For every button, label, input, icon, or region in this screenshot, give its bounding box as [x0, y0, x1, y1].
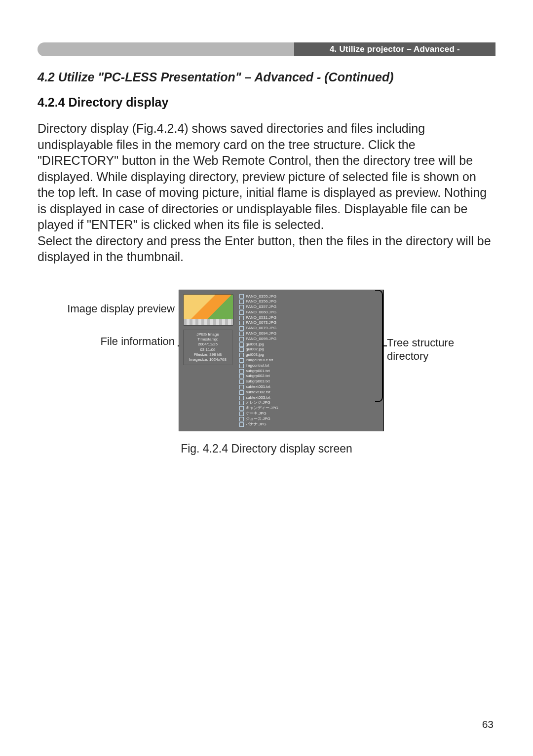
- tree-item: PANO_0357.JPG: [237, 304, 380, 310]
- tree-item: PANO_0356.JPG: [237, 299, 380, 304]
- tree-item: subtext003.txt: [237, 395, 380, 401]
- paragraph-1-text: Directory display (Fig.4.2.4) shows save…: [38, 121, 487, 231]
- tree-item: gui001.jpg: [237, 342, 380, 347]
- tree-item: gui002.jpg: [237, 347, 380, 352]
- document-page: 4. Utilize projector – Advanced - 4.2 Ut…: [0, 0, 533, 756]
- file-icon: [239, 412, 244, 416]
- tree-item: subtext002.txt: [237, 390, 380, 395]
- file-icon: [239, 422, 244, 427]
- file-icon: [239, 374, 244, 378]
- directory-display-screenshot: JPEG Image Timestamp: 2004/11/25 03:11:0…: [179, 290, 384, 432]
- tree-item: ケーキ.JPG: [237, 411, 380, 416]
- tree-item: subgrp002.txt: [237, 374, 380, 379]
- file-icon: [239, 337, 244, 341]
- tree-item: バナナ.JPG: [237, 422, 380, 427]
- tree-item-label: PANO_0060.JPG: [246, 310, 276, 315]
- tree-item: PANO_0060.JPG: [237, 310, 380, 315]
- file-icon: [239, 396, 244, 400]
- tree-item-label: バナナ.JPG: [246, 422, 266, 427]
- section-heading: 4.2.4 Directory display: [38, 95, 495, 110]
- tree-item: subgrp003.txt: [237, 379, 380, 384]
- tree-item: PANO_0095.JPG: [237, 337, 380, 342]
- tree-item: PANO_0531.JPG: [237, 315, 380, 321]
- tree-item-label: subtext003.txt: [246, 395, 270, 401]
- file-icon: [239, 401, 244, 405]
- tree-item: PANO_0079.JPG: [237, 326, 380, 331]
- body-paragraph-1: Directory display (Fig.4.2.4) shows save…: [38, 120, 495, 265]
- tree-item-label: imagelist01c.txt: [246, 358, 273, 363]
- tree-item: gui003.jpg: [237, 352, 380, 358]
- file-icon: [239, 353, 244, 357]
- file-icon: [239, 390, 244, 395]
- file-icon: [239, 364, 244, 368]
- tree-item-label: subtext001.txt: [246, 384, 270, 390]
- tree-item-label: subgrp001.txt: [246, 369, 269, 374]
- file-info-box: JPEG Image Timestamp: 2004/11/25 03:11:0…: [183, 330, 232, 365]
- subsection-title: 4.2 Utilize "PC-LESS Presentation" – Adv…: [38, 70, 495, 84]
- tree-item: ジュース.JPG: [237, 416, 380, 422]
- tree-item-label: subgrp002.txt: [246, 374, 269, 379]
- tree-item: imgcontrol.txt: [237, 363, 380, 369]
- file-icon: [239, 417, 244, 421]
- file-icon: [239, 326, 244, 331]
- tree-item: PANO_0355.JPG: [237, 294, 380, 300]
- tree-item-label: gui003.jpg: [246, 352, 264, 358]
- header-bar-left: [38, 42, 294, 56]
- file-icon: [239, 310, 244, 315]
- header-bar-right: 4. Utilize projector – Advanced -: [294, 42, 495, 56]
- file-icon: [239, 294, 244, 299]
- file-icon: [239, 305, 244, 309]
- label-file-information: File information: [101, 335, 175, 348]
- file-icon: [239, 358, 244, 363]
- tree-item: PANO_0073.JPG: [237, 320, 380, 326]
- figure-row: Image display preview File information J…: [38, 290, 495, 432]
- tree-item: オレンジ.JPG: [237, 400, 380, 406]
- tree-item-label: PANO_0073.JPG: [246, 320, 276, 326]
- file-icon: [239, 347, 244, 352]
- header-bar: 4. Utilize projector – Advanced -: [38, 42, 495, 56]
- preview-thumbnail: [183, 294, 233, 326]
- page-number: 63: [482, 718, 494, 730]
- paragraph-2-text: Select the directory and press the Enter…: [38, 234, 491, 264]
- tree-item: subtext001.txt: [237, 384, 380, 390]
- tree-item-label: imgcontrol.txt: [246, 363, 269, 369]
- tree-item: subgrp001.txt: [237, 369, 380, 374]
- tree-item-label: オレンジ.JPG: [246, 400, 270, 406]
- figure-wrap: Image display preview File information J…: [38, 290, 495, 456]
- tree-item: imagelist01c.txt: [237, 358, 380, 363]
- file-icon: [239, 406, 244, 411]
- tree-item-label: PANO_0531.JPG: [246, 315, 276, 321]
- tree-item: キャンディー.JPG: [237, 406, 380, 411]
- tree-item-label: PANO_0095.JPG: [246, 337, 276, 342]
- file-icon: [239, 369, 244, 374]
- label-image-preview: Image display preview: [67, 302, 175, 315]
- tree-item-label: PANO_0355.JPG: [246, 294, 276, 300]
- tree-item-label: ジュース.JPG: [246, 416, 270, 422]
- file-icon: [239, 385, 244, 389]
- file-icon: [239, 316, 244, 320]
- tree-item-label: PANO_0356.JPG: [246, 299, 276, 304]
- tree-item-label: PANO_0357.JPG: [246, 304, 276, 310]
- tree-item-label: PANO_0094.JPG: [246, 331, 276, 337]
- tree-item-label: gui002.jpg: [246, 347, 264, 352]
- figure-caption: Fig. 4.2.4 Directory display screen: [38, 442, 495, 455]
- file-icon: [239, 321, 244, 325]
- tree-item-label: subgrp003.txt: [246, 379, 269, 384]
- tree-item-label: ケーキ.JPG: [246, 411, 266, 416]
- label-tree-structure: Tree structure directory: [387, 336, 493, 363]
- tree-item-label: gui001.jpg: [246, 342, 264, 347]
- file-icon: [239, 300, 244, 304]
- tree-item-label: キャンディー.JPG: [246, 406, 278, 411]
- tree-item-label: PANO_0079.JPG: [246, 326, 276, 331]
- file-icon: [239, 379, 244, 384]
- brace-right-icon: [375, 290, 383, 402]
- screenshot-left-column: JPEG Image Timestamp: 2004/11/25 03:11:0…: [183, 294, 232, 427]
- file-icon: [239, 342, 244, 347]
- file-icon: [239, 332, 244, 336]
- tree-item: PANO_0094.JPG: [237, 331, 380, 337]
- tree-item-label: subtext002.txt: [246, 390, 270, 395]
- directory-tree: PANO_0355.JPGPANO_0356.JPGPANO_0357.JPGP…: [237, 294, 380, 427]
